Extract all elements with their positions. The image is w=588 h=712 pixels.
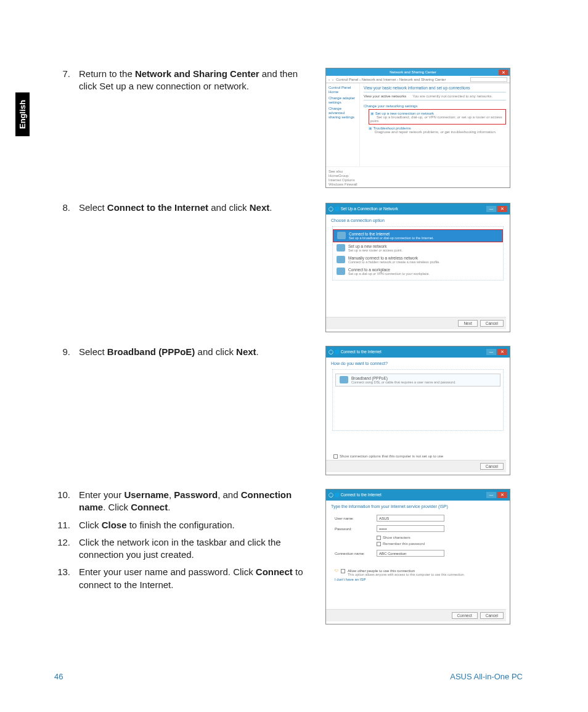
window-title: Network and Sharing Center <box>327 70 499 74</box>
username-label: User name: <box>335 517 373 520</box>
dialog-title: Connect to the Internet <box>341 350 382 354</box>
no-isp-link[interactable]: I don't have an ISP <box>335 578 501 581</box>
password-field[interactable]: •••••• <box>377 525 444 532</box>
dialog-prompt: Choose a connection option <box>326 215 510 226</box>
cancel-button[interactable]: Cancel <box>480 612 504 619</box>
step-9: 9. Select Broadband (PPPoE) and click Ne… <box>54 346 313 358</box>
close-icon[interactable]: ✕ <box>499 70 508 75</box>
side-link-home[interactable]: Control Panel Home <box>329 86 357 94</box>
fwd-icon[interactable]: › <box>332 78 333 81</box>
show-chars-checkbox[interactable] <box>377 536 381 540</box>
side-link-adapter[interactable]: Change adapter settings <box>329 96 357 104</box>
password-label: Password: <box>335 527 373 531</box>
dialog-prompt: Type the information from your Internet … <box>326 501 510 512</box>
connect-button[interactable]: Connect <box>452 612 478 619</box>
show-options-label: Show connection options that this comput… <box>340 454 443 459</box>
close-icon[interactable]: ✕ <box>497 349 507 355</box>
back-icon[interactable]: ‹ <box>329 78 330 81</box>
window-titlebar: Network and Sharing Center ✕ <box>326 68 510 76</box>
globe-icon: 🌐 <box>335 207 340 211</box>
fig-isp-credentials: ◯ 🌐 Connect to the Internet —✕ Type the … <box>325 489 510 624</box>
allow-others-note: This option allows anyone with access to… <box>348 573 465 576</box>
dialog-title: Set Up a Connection or Network <box>341 207 398 211</box>
page-content: 7. Return to the Network and Sharing Cen… <box>54 68 535 638</box>
section-heading: View your basic network information and … <box>364 86 506 90</box>
language-tab: English <box>15 92 30 136</box>
remember-checkbox[interactable] <box>377 542 381 546</box>
shield-icon: 🛡 <box>335 569 338 573</box>
globe-icon <box>337 232 346 239</box>
footer-link-internet-options[interactable]: Internet Options <box>329 178 507 182</box>
connection-name-label: Connection name: <box>335 552 373 555</box>
step-8: 8. Select Connect to the Internet and cl… <box>54 202 313 214</box>
breadcrumb[interactable]: Control Panel › Network and Internet › N… <box>336 78 468 81</box>
remember-label: Remember this password <box>383 542 425 546</box>
step-7: 7. Return to the Network and Sharing Cen… <box>54 68 313 93</box>
opt-connect-internet[interactable]: Connect to the InternetSet up a broadban… <box>333 229 503 242</box>
step-13: 13. Enter your user name and password. C… <box>54 566 313 591</box>
next-button[interactable]: Next <box>458 320 477 327</box>
show-options-checkbox[interactable] <box>333 454 338 459</box>
opt-setup-new-connection[interactable]: ▣ Set up a new connection or network Set… <box>369 109 506 125</box>
step-11: 11. Click Close to finish the configurat… <box>54 519 313 531</box>
footer-link-homegroup[interactable]: HomeGroup <box>329 174 507 178</box>
fig-connect-internet-how: ◯ 🌐 Connect to the Internet —✕ How do yo… <box>325 346 510 475</box>
side-link-sharing[interactable]: Change advanced sharing settings <box>329 107 357 119</box>
back-icon[interactable]: ◯ <box>329 493 333 497</box>
opt-workplace[interactable]: Connect to a workplaceSet up a dial-up o… <box>333 266 503 277</box>
step-12: 12. Click the network icon in the taskba… <box>54 536 313 562</box>
opt-troubleshoot[interactable]: ▣ Troubleshoot problems Diagnose and rep… <box>369 126 506 134</box>
step-7-num: 7. <box>54 68 79 93</box>
fig-network-sharing-center: Network and Sharing Center ✕ ‹ › Control… <box>325 68 510 188</box>
close-icon[interactable]: ✕ <box>497 492 507 498</box>
step-10: 10. Enter your Username, Password, and C… <box>54 489 313 514</box>
opt-new-network[interactable]: Set up a new networkSet up a new router … <box>333 242 503 254</box>
cancel-button[interactable]: Cancel <box>480 463 504 470</box>
footer-product: ASUS All-in-One PC <box>450 672 523 681</box>
minimize-icon[interactable]: — <box>486 206 496 212</box>
connection-name-field[interactable]: ABC Connection <box>377 550 444 557</box>
back-icon[interactable]: ◯ <box>329 350 333 354</box>
search-input[interactable] <box>470 77 507 82</box>
building-icon <box>337 268 345 275</box>
modem-icon <box>340 376 348 383</box>
dialog-prompt: How do you want to connect? <box>326 358 510 369</box>
allow-others-checkbox[interactable] <box>341 569 345 573</box>
close-icon[interactable]: ✕ <box>497 206 507 212</box>
footer-link-firewall[interactable]: Windows Firewall <box>329 182 507 186</box>
page-footer: 46 ASUS All-in-One PC <box>54 672 523 681</box>
minimize-icon[interactable]: — <box>486 349 496 355</box>
active-networks-label: View your active networks <box>364 94 406 98</box>
opt-manual-wireless[interactable]: Manually connect to a wireless networkCo… <box>333 254 503 266</box>
username-field[interactable]: ASUS <box>377 515 444 522</box>
globe-icon: 🌐 <box>335 350 340 354</box>
opt-broadband-pppoe[interactable]: Broadband (PPPoE)Connect using DSL or ca… <box>335 374 500 387</box>
minimize-icon[interactable]: — <box>486 492 496 498</box>
router-icon <box>337 244 345 252</box>
cancel-button[interactable]: Cancel <box>480 320 504 327</box>
see-also-label: See also <box>329 170 507 173</box>
fig-setup-connection: ◯ 🌐 Set Up a Connection or Network —✕ Ch… <box>325 203 510 332</box>
change-settings-label: Change your networking settings <box>364 104 506 108</box>
dialog-title: Connect to the Internet <box>341 493 382 497</box>
wifi-icon <box>337 256 345 263</box>
show-chars-label: Show characters <box>383 536 410 540</box>
page-number: 46 <box>54 672 63 681</box>
globe-icon: 🌐 <box>335 493 340 497</box>
back-icon[interactable]: ◯ <box>329 207 333 211</box>
